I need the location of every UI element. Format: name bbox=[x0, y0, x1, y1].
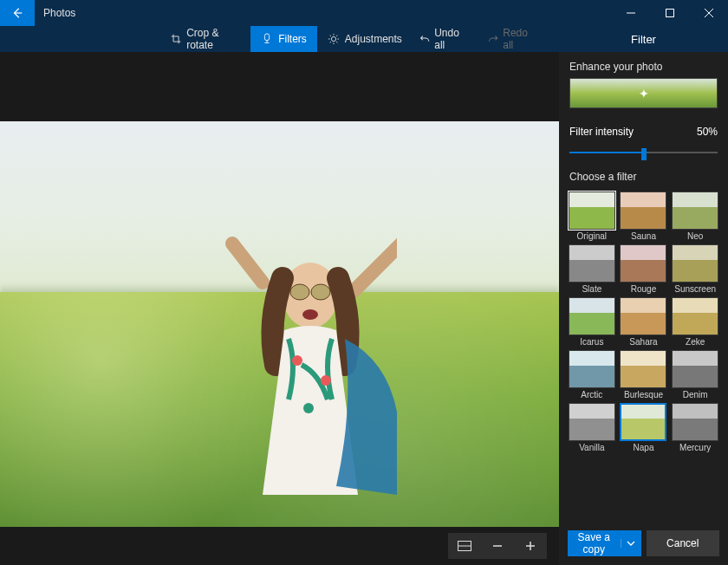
filter-arctic[interactable]: Arctic bbox=[568, 350, 616, 399]
intensity-slider[interactable] bbox=[569, 146, 718, 159]
cancel-label: Cancel bbox=[666, 537, 699, 549]
svg-rect-0 bbox=[666, 10, 673, 17]
maximize-button[interactable] bbox=[650, 0, 689, 26]
slider-thumb[interactable] bbox=[641, 148, 647, 160]
filter-denim[interactable]: Denim bbox=[671, 350, 719, 399]
zoom-controls bbox=[448, 533, 547, 559]
filter-thumb-napa[interactable] bbox=[620, 403, 666, 441]
filter-mercury[interactable]: Mercury bbox=[671, 403, 719, 452]
intensity-value: 50% bbox=[697, 126, 718, 138]
adjustments-label: Adjustments bbox=[345, 33, 402, 45]
filter-neo[interactable]: Neo bbox=[671, 192, 719, 241]
svg-point-5 bbox=[311, 284, 330, 300]
save-label: Save a copy bbox=[568, 531, 621, 555]
filter-zeke[interactable]: Zeke bbox=[671, 297, 719, 347]
filter-label: Sunscreen bbox=[674, 282, 716, 294]
maximize-icon bbox=[666, 9, 674, 17]
svg-point-7 bbox=[292, 355, 302, 366]
adjustments-icon bbox=[328, 33, 340, 45]
filter-label: Zeke bbox=[686, 335, 705, 347]
zoom-in-button[interactable] bbox=[514, 533, 547, 559]
crop-rotate-button[interactable]: Crop & rotate bbox=[160, 26, 250, 52]
filter-thumb-sahara[interactable] bbox=[620, 297, 666, 335]
back-button[interactable] bbox=[0, 0, 35, 26]
window-controls bbox=[611, 0, 728, 26]
filter-thumb-sunscreen[interactable] bbox=[672, 244, 718, 282]
filters-button[interactable]: Filters bbox=[250, 26, 317, 52]
undo-all-button[interactable]: Undo all bbox=[413, 27, 478, 51]
filter-label: Sauna bbox=[631, 230, 656, 241]
svg-point-4 bbox=[290, 284, 309, 300]
filter-original[interactable]: Original bbox=[568, 192, 616, 241]
filter-thumb-neo[interactable] bbox=[672, 192, 718, 230]
filter-label: Sahara bbox=[629, 335, 657, 347]
filter-sahara[interactable]: Sahara bbox=[620, 297, 668, 347]
filter-label: Neo bbox=[687, 230, 703, 241]
save-copy-button[interactable]: Save a copy bbox=[568, 530, 641, 556]
redo-icon bbox=[488, 34, 498, 45]
svg-point-9 bbox=[303, 403, 314, 413]
filter-sunscreen[interactable]: Sunscreen bbox=[671, 244, 719, 294]
enhance-label: Enhance your photo bbox=[559, 52, 728, 78]
minus-icon bbox=[492, 541, 503, 551]
fit-button[interactable] bbox=[448, 533, 481, 559]
filters-icon bbox=[261, 33, 273, 45]
filter-burlesque[interactable]: Burlesque bbox=[620, 350, 668, 399]
photo-canvas[interactable] bbox=[0, 121, 559, 527]
filter-thumb-denim[interactable] bbox=[672, 350, 718, 388]
canvas-area bbox=[0, 52, 559, 565]
filter-label: Mercury bbox=[679, 441, 711, 452]
filter-icarus[interactable]: Icarus bbox=[568, 297, 616, 347]
chevron-down-icon bbox=[627, 539, 635, 548]
filter-thumb-mercury[interactable] bbox=[672, 403, 718, 441]
app-title: Photos bbox=[35, 7, 75, 19]
close-button[interactable] bbox=[689, 0, 728, 26]
filter-thumb-burlesque[interactable] bbox=[620, 350, 666, 388]
crop-label: Crop & rotate bbox=[186, 27, 240, 51]
photo-subject bbox=[224, 235, 397, 495]
filter-rouge[interactable]: Rouge bbox=[620, 244, 668, 294]
filter-thumb-original[interactable] bbox=[569, 192, 615, 230]
fit-icon bbox=[458, 541, 471, 551]
sparkle-icon: ✦ bbox=[639, 87, 649, 101]
redo-label: Redo all bbox=[503, 27, 539, 51]
redo-all-button[interactable]: Redo all bbox=[481, 27, 546, 51]
sidebar-footer: Save a copy Cancel bbox=[559, 523, 728, 565]
filter-thumb-zeke[interactable] bbox=[672, 297, 718, 335]
sidebar: Enhance your photo ✦ Filter intensity 50… bbox=[559, 52, 728, 565]
filter-thumb-rouge[interactable] bbox=[620, 244, 666, 282]
filter-label: Arctic bbox=[581, 388, 602, 399]
filter-label: Slate bbox=[582, 282, 601, 294]
filter-thumb-icarus[interactable] bbox=[569, 297, 615, 335]
slider-fill bbox=[569, 152, 644, 153]
filter-label: Napa bbox=[634, 441, 654, 452]
titlebar: Photos bbox=[0, 0, 728, 26]
enhance-button[interactable]: ✦ bbox=[569, 78, 718, 108]
sidebar-title: Filter bbox=[631, 33, 656, 46]
minimize-button[interactable] bbox=[611, 0, 650, 26]
choose-filter-label: Choose a filter bbox=[559, 162, 728, 188]
filter-label: Original bbox=[577, 230, 607, 241]
minimize-icon bbox=[627, 9, 635, 17]
filter-vanilla[interactable]: Vanilla bbox=[568, 403, 616, 452]
filter-label: Vanilla bbox=[579, 441, 604, 452]
undo-icon bbox=[419, 34, 430, 45]
undo-label: Undo all bbox=[434, 27, 471, 51]
svg-point-6 bbox=[302, 309, 318, 320]
close-icon bbox=[705, 9, 713, 17]
cancel-button[interactable]: Cancel bbox=[647, 530, 720, 556]
filter-sauna[interactable]: Sauna bbox=[620, 192, 668, 241]
canvas-bottombar bbox=[0, 527, 559, 565]
filter-label: Burlesque bbox=[624, 388, 663, 399]
filter-thumb-slate[interactable] bbox=[569, 244, 615, 282]
svg-point-8 bbox=[321, 375, 331, 386]
filter-napa[interactable]: Napa bbox=[620, 403, 668, 452]
filter-slate[interactable]: Slate bbox=[568, 244, 616, 294]
adjustments-button[interactable]: Adjustments bbox=[317, 26, 413, 52]
zoom-out-button[interactable] bbox=[481, 533, 514, 559]
filter-thumb-vanilla[interactable] bbox=[569, 403, 615, 441]
plus-icon bbox=[525, 541, 536, 551]
filter-thumb-sauna[interactable] bbox=[620, 192, 666, 230]
save-menu-button[interactable] bbox=[621, 539, 641, 548]
filter-thumb-arctic[interactable] bbox=[569, 350, 615, 388]
